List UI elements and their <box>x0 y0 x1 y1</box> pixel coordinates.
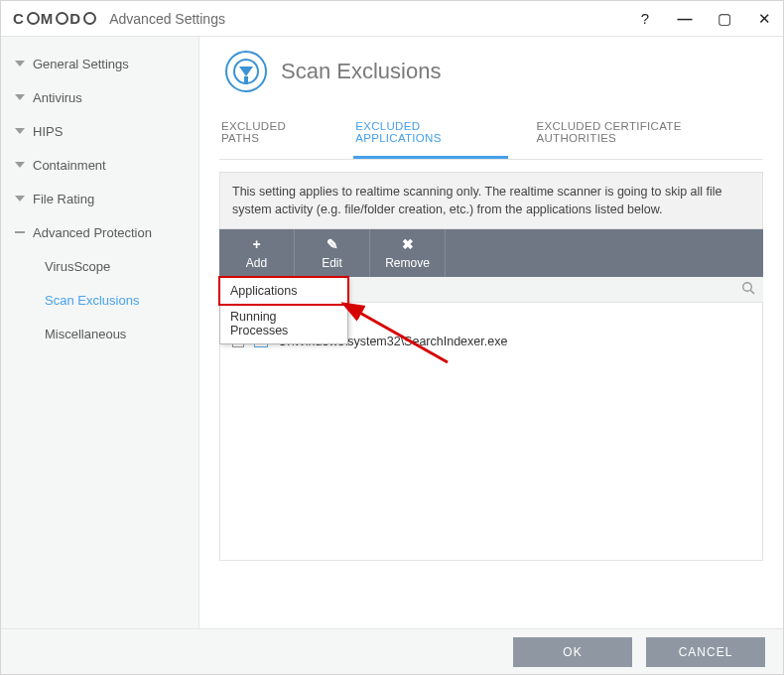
sidebar-item-label: File Rating <box>33 192 94 206</box>
page-header: Scan Exclusions <box>219 51 763 92</box>
page-title: Scan Exclusions <box>281 59 441 84</box>
tab-excluded-applications[interactable]: EXCLUDED APPLICATIONS <box>353 110 508 159</box>
sidebar-item-containment[interactable]: Containment <box>1 148 198 182</box>
sidebar-item-label: Advanced Protection <box>33 225 152 240</box>
x-icon: ✖ <box>402 236 414 252</box>
sidebar-item-hips[interactable]: HIPS <box>1 114 198 148</box>
sidebar-item-label: Antivirus <box>33 90 82 105</box>
toolbar-label: Edit <box>322 256 342 270</box>
window-title: Advanced Settings <box>109 11 225 27</box>
tab-excluded-certificate-authorities[interactable]: EXCLUDED CERTIFICATE AUTHORITIES <box>534 110 763 159</box>
sidebar-item-label: VirusScope <box>45 259 110 274</box>
logo: CMD <box>13 10 97 27</box>
tabs: EXCLUDED PATHS EXCLUDED APPLICATIONS EXC… <box>219 110 763 160</box>
toolbar-label: Add <box>246 256 267 270</box>
chevron-down-icon <box>15 59 25 68</box>
sidebar-item-scan-exclusions[interactable]: Scan Exclusions <box>1 283 198 317</box>
window-body: General Settings Antivirus HIPS Containm… <box>1 37 783 628</box>
titlebar: CMD Advanced Settings ? — ▢ ✕ <box>1 1 783 37</box>
add-button[interactable]: + Add <box>219 229 295 277</box>
sidebar-item-label: Miscellaneous <box>45 327 126 341</box>
info-text: This setting applies to realtime scannin… <box>219 172 763 229</box>
sidebar-item-label: General Settings <box>33 57 129 71</box>
advanced-settings-window: CMD Advanced Settings ? — ▢ ✕ General Se… <box>0 0 784 675</box>
main-panel: Scan Exclusions EXCLUDED PATHS EXCLUDED … <box>199 37 783 628</box>
cancel-button[interactable]: CANCEL <box>646 637 765 667</box>
toolbar-label: Remove <box>385 256 430 270</box>
ok-button[interactable]: OK <box>513 637 632 667</box>
pencil-icon: ✎ <box>327 236 338 252</box>
sidebar-item-miscellaneous[interactable]: Miscellaneous <box>1 317 198 350</box>
scan-exclusions-icon <box>225 51 267 92</box>
remove-button[interactable]: ✖ Remove <box>370 229 446 277</box>
footer: OK CANCEL <box>1 628 783 674</box>
collapse-icon <box>15 231 25 233</box>
svg-point-0 <box>743 283 752 292</box>
search-icon[interactable] <box>741 281 755 298</box>
sidebar-item-general-settings[interactable]: General Settings <box>1 47 198 80</box>
tab-excluded-paths[interactable]: EXCLUDED PATHS <box>219 110 327 159</box>
sidebar-item-virusscope[interactable]: VirusScope <box>1 249 198 283</box>
maximize-icon[interactable]: ▢ <box>716 10 733 28</box>
sidebar-item-advanced-protection[interactable]: Advanced Protection <box>1 215 198 249</box>
chevron-down-icon <box>15 194 25 203</box>
help-icon[interactable]: ? <box>636 10 654 27</box>
add-running-processes-option[interactable]: Running Processes <box>220 304 347 343</box>
window-controls: ? — ▢ ✕ <box>636 10 773 28</box>
add-dropdown: Applications Running Processes <box>219 277 348 344</box>
toolbar: + Add ✎ Edit ✖ Remove Applications Runni… <box>219 229 763 277</box>
sidebar-item-label: Containment <box>33 158 106 173</box>
sidebar-item-antivirus[interactable]: Antivirus <box>1 80 198 114</box>
minimize-icon[interactable]: — <box>676 10 694 27</box>
chevron-down-icon <box>15 92 25 102</box>
sidebar-item-file-rating[interactable]: File Rating <box>1 182 198 215</box>
sidebar: General Settings Antivirus HIPS Containm… <box>1 37 199 628</box>
edit-button[interactable]: ✎ Edit <box>295 229 370 277</box>
svg-line-1 <box>750 290 754 294</box>
sidebar-item-label: Scan Exclusions <box>45 293 139 308</box>
chevron-down-icon <box>15 126 25 136</box>
plus-icon: + <box>252 236 260 252</box>
close-icon[interactable]: ✕ <box>755 10 773 28</box>
add-applications-option[interactable]: Applications <box>220 278 347 304</box>
sidebar-item-label: HIPS <box>33 124 63 139</box>
chevron-down-icon <box>15 160 25 170</box>
